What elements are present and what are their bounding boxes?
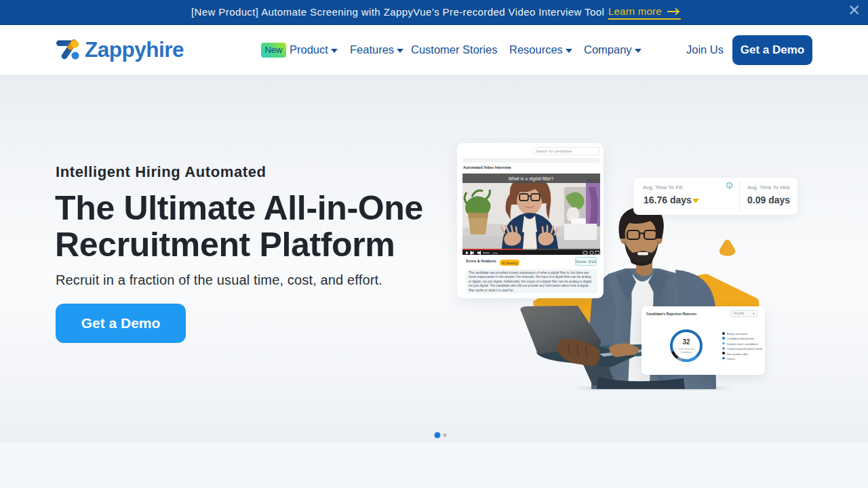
svg-text:What is a digital filter?: What is a digital filter? bbox=[509, 176, 554, 182]
svg-text:Zappyhire: Zappyhire bbox=[85, 37, 184, 62]
svg-text:32: 32 bbox=[682, 338, 690, 346]
svg-text:Candidates: Candidates bbox=[680, 351, 692, 354]
svg-text:Total Rejected: Total Rejected bbox=[679, 348, 694, 350]
svg-text:0:00: 0:00 bbox=[492, 251, 498, 255]
